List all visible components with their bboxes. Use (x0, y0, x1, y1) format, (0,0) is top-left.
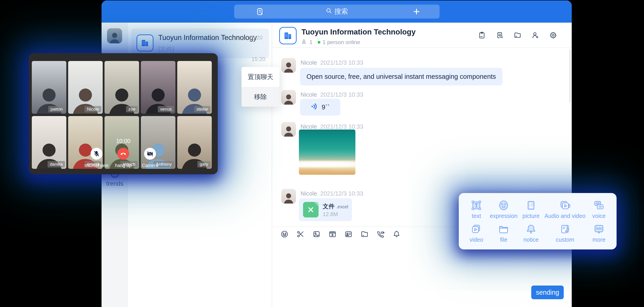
call-controls: microphone hang up Camera (29, 148, 218, 168)
call-icon[interactable] (376, 230, 385, 238)
participant-tile: venus (141, 61, 176, 114)
building-icon (283, 31, 293, 41)
files-icon[interactable] (514, 31, 522, 39)
feature-custom[interactable]: custom (544, 221, 586, 245)
message-time: 2021/12/3 10:33 (320, 59, 363, 66)
expression-icon (498, 199, 510, 211)
online-dot (318, 41, 320, 44)
sender-name: Nicole (300, 123, 317, 130)
sender-avatar[interactable] (281, 189, 296, 204)
menu-item-pin-chat[interactable]: 置顶聊天 (242, 67, 280, 87)
camera-off-icon (146, 150, 154, 157)
members-icon (302, 39, 307, 46)
feature-more[interactable]: more (586, 221, 612, 245)
sender-avatar[interactable] (281, 90, 296, 105)
voice-duration: 9`` (322, 103, 330, 111)
menu-item-remove[interactable]: 移除 (242, 87, 280, 107)
call-timer: 10:00 (29, 138, 218, 144)
announcement-icon[interactable] (478, 31, 486, 39)
feature-notice[interactable]: notice (518, 221, 544, 245)
feature-voice[interactable]: voice (586, 198, 612, 221)
message-time: 2021/12/3 10:33 (320, 123, 363, 130)
file-message[interactable]: 文件 .excel 12.8M (299, 198, 352, 221)
participant-name: Nicole (84, 106, 101, 112)
microphone-label: microphone (84, 163, 109, 168)
message-meta: Nicole2021/12/3 10:33 (300, 123, 363, 130)
voice-message[interactable]: 9`` (300, 99, 340, 116)
contact-card-icon[interactable] (344, 230, 353, 238)
chat-title: Tuoyun Information Technology (302, 28, 416, 36)
participant-tile: stellar (177, 61, 212, 114)
hang-up-label: hang up (115, 163, 132, 168)
add-member-icon[interactable] (532, 31, 539, 39)
excel-file-icon (303, 202, 318, 218)
search-history-icon[interactable] (496, 31, 504, 39)
voice-icon (593, 199, 605, 211)
search-icon (326, 7, 332, 15)
video-clip-icon[interactable] (328, 230, 337, 238)
chat-header: Tuoyun Information Technology 1 1 person… (272, 23, 572, 48)
sender-name: Nicole (300, 190, 317, 197)
participant-name: patton (48, 106, 65, 112)
text-icon (470, 199, 482, 211)
feature-text[interactable]: text (463, 198, 490, 221)
feature-expression[interactable]: expression (490, 198, 518, 221)
message-time: 2021/12/3 10:33 (320, 91, 363, 98)
image-icon[interactable] (312, 230, 321, 238)
audio-video-icon (559, 199, 571, 211)
notification-bell-icon[interactable] (392, 230, 401, 238)
sender-avatar[interactable] (281, 122, 296, 137)
conversation-last-message: [文件] (158, 45, 174, 53)
sender-name: Nicole (300, 59, 317, 66)
participant-name: stellar (194, 106, 210, 112)
contacts-book-icon[interactable] (255, 7, 264, 17)
more-icon (593, 223, 605, 235)
my-avatar[interactable] (107, 28, 122, 43)
send-button[interactable]: sending (531, 286, 564, 299)
file-ext: .excel (336, 204, 348, 209)
participant-name: zoe (126, 106, 138, 112)
feature-file[interactable]: file (490, 221, 518, 245)
emoji-icon[interactable] (280, 230, 288, 238)
microphone-button[interactable] (90, 148, 102, 160)
image-message[interactable] (299, 129, 356, 175)
participant-name: venus (158, 106, 174, 112)
search-bar[interactable]: 搜索 + (234, 4, 440, 18)
building-icon (140, 38, 150, 48)
text-message[interactable]: Open source, free, and universal instant… (300, 68, 502, 85)
folder-icon[interactable] (360, 230, 369, 238)
message-meta: Nicole2021/12/3 10:33 (300, 59, 363, 66)
conversation-time-2: 15:20 (252, 56, 265, 62)
notice-bell-icon (525, 223, 537, 235)
custom-icon (559, 223, 571, 235)
scrollbar-thumb[interactable] (570, 49, 570, 102)
feature-video[interactable]: video (463, 221, 490, 245)
voice-wave-icon (310, 103, 318, 112)
scissors-icon[interactable] (296, 230, 304, 238)
message-toolbar (280, 230, 401, 238)
video-call-window: patton Nicole zoe venus stellar danika e… (29, 53, 218, 174)
message-time: 2021/12/3 10:33 (320, 190, 363, 197)
mic-muted-icon (93, 150, 100, 157)
participant-tile: Nicole (68, 61, 103, 114)
camera-button[interactable] (144, 148, 156, 160)
search-placeholder[interactable]: 搜索 (334, 7, 348, 16)
sender-name: Nicole (300, 91, 317, 98)
hang-up-icon (120, 150, 127, 157)
top-bar: 搜索 + (102, 0, 572, 23)
message-meta: Nicole2021/12/3 10:33 (300, 190, 363, 197)
participant-tile: patton (32, 61, 66, 114)
file-folder-icon (498, 223, 510, 235)
online-status: 1 person online (322, 39, 360, 45)
member-count: 1 (310, 39, 312, 45)
message-meta: Nicole2021/12/3 10:33 (300, 91, 363, 98)
sender-avatar[interactable] (281, 58, 296, 73)
add-button[interactable]: + (413, 5, 420, 18)
feature-audio-video[interactable]: Audio and video (544, 198, 586, 221)
beach-foam (299, 161, 356, 168)
hang-up-button[interactable] (117, 148, 129, 160)
settings-icon[interactable] (549, 31, 557, 39)
file-name: 文件 (323, 203, 334, 210)
feature-picture[interactable]: picture (518, 198, 544, 221)
camera-label: Camera (142, 163, 158, 168)
